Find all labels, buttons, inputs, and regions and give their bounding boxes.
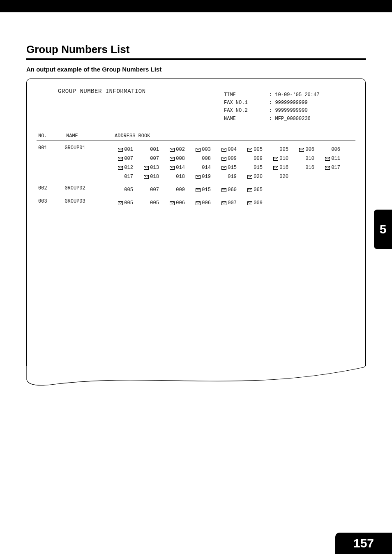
entry-id: 009 bbox=[254, 156, 263, 162]
entry-id: 009 bbox=[176, 187, 185, 193]
entry-id: 008 bbox=[176, 156, 185, 162]
page-content: Group Numbers List An output example of … bbox=[0, 12, 392, 390]
chapter-tab: 5 bbox=[374, 210, 392, 249]
address-book-entry: 005 bbox=[266, 145, 292, 154]
entry-id: 003 bbox=[202, 147, 211, 152]
address-book-entry: 016 bbox=[266, 163, 292, 172]
address-book-entry: 005 bbox=[111, 185, 136, 194]
address-book-entry: 009 bbox=[162, 185, 188, 194]
entry-id: 008 bbox=[202, 156, 211, 162]
group-name: GROUP01 bbox=[65, 145, 111, 151]
address-book-entry: 017 bbox=[111, 172, 136, 181]
address-book-entry: 065 bbox=[240, 185, 266, 194]
entry-id: 006 bbox=[305, 147, 314, 152]
group-no: 002 bbox=[37, 185, 65, 191]
mail-icon bbox=[221, 157, 226, 161]
entry-id: 007 bbox=[228, 200, 237, 206]
address-book-entry: 003 bbox=[188, 145, 214, 154]
meta-fax2-label: FAX NO.2 bbox=[224, 107, 269, 115]
chapter-tab-number: 5 bbox=[380, 222, 387, 236]
address-book-grid: 005007009015060065 bbox=[111, 185, 355, 194]
entry-id: 005 bbox=[254, 147, 263, 152]
address-book-grid: 0010010020030040050050060060070070080080… bbox=[111, 145, 355, 181]
entry-id: 006 bbox=[176, 200, 185, 206]
mail-icon bbox=[247, 175, 252, 179]
entry-id: 014 bbox=[176, 165, 185, 171]
address-book-entry: 007 bbox=[136, 154, 162, 163]
table-header: NO. NAME ADDRESS BOOK bbox=[37, 133, 355, 141]
address-book-entry: 009 bbox=[240, 154, 266, 163]
entry-id: 015 bbox=[254, 165, 263, 171]
group-no: 001 bbox=[37, 145, 65, 151]
mail-icon bbox=[170, 148, 175, 152]
entry-id: 015 bbox=[202, 187, 211, 193]
address-book-entry: 018 bbox=[136, 172, 162, 181]
entry-id: 001 bbox=[150, 147, 159, 152]
mail-icon bbox=[273, 157, 278, 161]
mail-icon bbox=[196, 175, 201, 179]
mail-icon bbox=[170, 157, 175, 161]
group-row: 001GROUP01001001002003004005005006006007… bbox=[37, 145, 355, 181]
mail-icon bbox=[196, 201, 201, 205]
address-book-entry: 008 bbox=[162, 154, 188, 163]
entry-id: 017 bbox=[124, 174, 133, 180]
meta-fax2-value: : 99999999990 bbox=[269, 107, 308, 115]
meta-fax1-value: : 99999999999 bbox=[269, 99, 308, 107]
mail-icon bbox=[221, 188, 226, 192]
meta-time-value: : 10-09-'05 20:47 bbox=[269, 91, 319, 99]
mail-icon bbox=[118, 201, 123, 205]
address-book-entry: 014 bbox=[162, 163, 188, 172]
entry-id: 004 bbox=[228, 147, 237, 152]
address-book-entry: 001 bbox=[111, 145, 136, 154]
mail-icon bbox=[247, 188, 252, 192]
entry-id: 019 bbox=[202, 174, 211, 180]
mail-icon bbox=[144, 175, 149, 179]
col-header-addressbook: ADDRESS BOOK bbox=[115, 133, 355, 139]
address-book-entry: 007 bbox=[136, 185, 162, 194]
mail-icon bbox=[118, 157, 123, 161]
top-black-bar bbox=[0, 0, 392, 12]
address-book-entry: 007 bbox=[214, 199, 240, 208]
entry-id: 005 bbox=[279, 147, 288, 152]
entry-id: 001 bbox=[124, 147, 133, 152]
mail-icon bbox=[325, 166, 330, 170]
address-book-entry: 019 bbox=[188, 172, 214, 181]
mail-icon bbox=[221, 148, 226, 152]
address-book-entry: 014 bbox=[188, 163, 214, 172]
entry-id: 065 bbox=[254, 187, 263, 193]
meta-fax1-label: FAX NO.1 bbox=[224, 99, 269, 107]
address-book-entry: 002 bbox=[162, 145, 188, 154]
address-book-entry: 009 bbox=[214, 154, 240, 163]
meta-row-fax1: FAX NO.1 : 99999999999 bbox=[224, 99, 319, 107]
entry-id: 016 bbox=[279, 165, 288, 171]
table-header-rule bbox=[37, 141, 355, 141]
address-book-entry: 018 bbox=[162, 172, 188, 181]
entry-id: 017 bbox=[331, 165, 340, 171]
entry-id: 011 bbox=[331, 156, 340, 162]
address-book-entry: 020 bbox=[266, 172, 292, 181]
group-row: 002GROUP02005007009015060065 bbox=[37, 185, 355, 194]
entry-id: 018 bbox=[150, 174, 159, 180]
entry-id: 020 bbox=[279, 174, 288, 180]
address-book-entry: 016 bbox=[292, 163, 318, 172]
heading-rule bbox=[26, 58, 366, 60]
meta-name-label: NAME bbox=[224, 115, 269, 123]
mail-icon bbox=[221, 166, 226, 170]
address-book-entry: 005 bbox=[136, 199, 162, 208]
group-row: 003GROUP03005005006006007009 bbox=[37, 199, 355, 208]
address-book-grid: 005005006006007009 bbox=[111, 199, 355, 208]
address-book-entry: 019 bbox=[214, 172, 240, 181]
mail-icon bbox=[196, 148, 201, 152]
mail-icon bbox=[196, 188, 201, 192]
address-book-entry: 012 bbox=[111, 163, 136, 172]
address-book-entry: 011 bbox=[318, 154, 344, 163]
mail-icon bbox=[144, 166, 149, 170]
meta-row-time: TIME : 10-09-'05 20:47 bbox=[224, 91, 319, 99]
entry-id: 016 bbox=[305, 165, 314, 171]
entry-id: 014 bbox=[202, 165, 211, 171]
page-number-tab: 157 bbox=[335, 533, 392, 554]
group-no: 003 bbox=[37, 199, 65, 204]
entry-id: 010 bbox=[279, 156, 288, 162]
address-book-entry: 005 bbox=[111, 199, 136, 208]
mail-icon bbox=[221, 201, 226, 205]
